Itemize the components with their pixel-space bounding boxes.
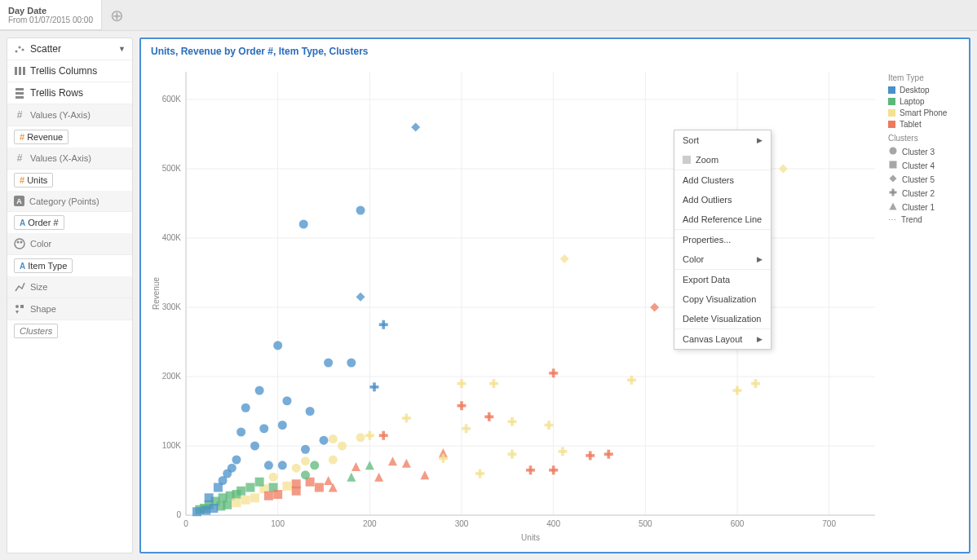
y-axis-section[interactable]: # Values (Y-Axis) (7, 104, 132, 126)
category-section[interactable]: A Category (Points) (7, 191, 132, 212)
shape-section[interactable]: Shape (7, 298, 132, 320)
shape-chip[interactable]: Clusters (14, 324, 58, 338)
data-point[interactable] (549, 465, 558, 474)
menu-canvas-layout[interactable]: Canvas Layout ▶ (674, 329, 771, 349)
data-point[interactable] (650, 303, 659, 312)
data-point[interactable] (299, 220, 308, 229)
category-chip[interactable]: Order # (14, 215, 64, 230)
filter-day-date[interactable]: Day Date From 01/07/2015 00:00 (0, 0, 102, 30)
menu-add-ref-line[interactable]: Add Reference Line (674, 209, 771, 229)
legend-item[interactable]: Cluster 4 (888, 160, 961, 171)
size-section[interactable]: Size (7, 276, 132, 298)
data-point[interactable] (347, 473, 356, 482)
data-point[interactable] (250, 442, 259, 451)
menu-properties[interactable]: Properties... (674, 230, 771, 249)
trellis-columns-row[interactable]: Trellis Columns (7, 60, 132, 82)
data-point[interactable] (232, 456, 241, 465)
menu-delete-viz[interactable]: Delete Visualization (674, 309, 771, 329)
data-point[interactable] (250, 493, 259, 502)
legend-item[interactable]: Cluster 5 (888, 174, 961, 185)
data-point[interactable] (365, 431, 374, 440)
x-axis-section[interactable]: # Values (X-Axis) (7, 148, 132, 170)
data-point[interactable] (315, 483, 324, 492)
data-point[interactable] (278, 461, 287, 470)
data-point[interactable] (526, 465, 535, 474)
menu-export[interactable]: Export Data (674, 270, 771, 289)
data-point[interactable] (347, 359, 356, 368)
scatter-plot[interactable]: 01002003004005006007000100K200K300K400K5… (149, 64, 883, 544)
data-point[interactable] (779, 165, 788, 174)
data-point[interactable] (306, 407, 315, 416)
data-point[interactable] (462, 424, 471, 433)
data-point[interactable] (237, 428, 245, 437)
data-point[interactable] (292, 464, 301, 473)
data-point[interactable] (507, 417, 516, 426)
menu-copy-viz[interactable]: Copy Visualization (674, 289, 771, 309)
add-filter-button[interactable]: ⊕ (102, 0, 133, 31)
data-point[interactable] (214, 483, 223, 492)
data-point[interactable] (278, 421, 287, 430)
legend-trend[interactable]: ⋯ Trend (888, 215, 961, 224)
data-point[interactable] (458, 379, 466, 388)
data-point[interactable] (545, 421, 554, 430)
data-point[interactable] (379, 431, 388, 440)
data-point[interactable] (255, 386, 264, 395)
data-point[interactable] (264, 492, 273, 500)
data-point[interactable] (192, 507, 201, 516)
color-section[interactable]: Color (7, 233, 132, 255)
data-point[interactable] (255, 478, 264, 487)
viz-type-selector[interactable]: Scatter ▼ (7, 38, 132, 60)
data-point[interactable] (282, 396, 291, 405)
data-point[interactable] (320, 436, 329, 445)
data-point[interactable] (338, 442, 347, 451)
data-point[interactable] (259, 424, 268, 433)
data-point[interactable] (369, 382, 378, 391)
data-point[interactable] (356, 206, 365, 215)
data-point[interactable] (733, 386, 742, 395)
data-point[interactable] (402, 414, 411, 423)
data-point[interactable] (458, 401, 466, 410)
data-point[interactable] (292, 487, 301, 496)
data-point[interactable] (269, 473, 278, 482)
data-point[interactable] (205, 493, 214, 502)
menu-zoom[interactable]: Zoom (674, 150, 771, 170)
y-axis-chip[interactable]: Revenue (14, 130, 69, 144)
data-point[interactable] (273, 341, 282, 350)
data-point[interactable] (351, 462, 360, 471)
legend-item[interactable]: Cluster 1 (888, 201, 961, 213)
data-point[interactable] (329, 434, 338, 443)
trellis-rows-row[interactable]: Trellis Rows (7, 82, 132, 104)
data-point[interactable] (356, 433, 365, 442)
legend-item[interactable]: Smart Phone (888, 108, 961, 117)
legend-item[interactable]: Cluster 3 (888, 146, 961, 157)
data-point[interactable] (475, 470, 484, 478)
data-point[interactable] (751, 379, 760, 388)
data-point[interactable] (201, 506, 210, 515)
data-point[interactable] (560, 254, 569, 263)
data-point[interactable] (310, 461, 319, 470)
data-point[interactable] (411, 123, 420, 132)
data-point[interactable] (301, 456, 310, 465)
menu-color[interactable]: Color ▶ (674, 249, 771, 269)
data-point[interactable] (264, 461, 273, 470)
data-point[interactable] (484, 412, 493, 421)
data-point[interactable] (420, 470, 429, 479)
data-point[interactable] (402, 459, 411, 468)
menu-sort[interactable]: Sort ▶ (674, 130, 771, 150)
data-point[interactable] (489, 379, 498, 388)
menu-add-clusters[interactable]: Add Clusters (674, 170, 771, 190)
data-point[interactable] (301, 470, 310, 479)
data-point[interactable] (273, 490, 282, 499)
data-point[interactable] (374, 473, 383, 482)
data-point[interactable] (558, 447, 567, 456)
menu-add-outliers[interactable]: Add Outliers (674, 190, 771, 209)
data-point[interactable] (282, 482, 291, 491)
data-point[interactable] (507, 450, 516, 459)
data-point[interactable] (245, 483, 254, 492)
chart-panel[interactable]: Units, Revenue by Order #, Item Type, Cl… (139, 37, 970, 553)
legend-item[interactable]: Desktop (888, 86, 961, 95)
data-point[interactable] (241, 496, 250, 505)
data-point[interactable] (379, 320, 388, 329)
data-point[interactable] (324, 476, 333, 485)
data-point[interactable] (329, 456, 338, 465)
